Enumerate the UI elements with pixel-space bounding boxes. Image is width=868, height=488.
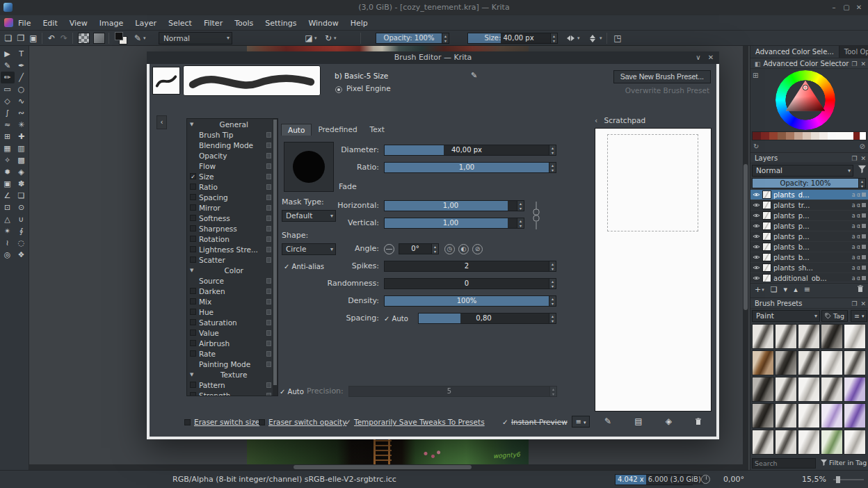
option-sharpness[interactable]: Sharpness <box>187 223 278 234</box>
option-airbrush[interactable]: Airbrush <box>187 338 278 348</box>
tool-crop[interactable]: ▦ <box>1 143 15 154</box>
lock-icon[interactable] <box>266 330 271 336</box>
foreground-color-swatch[interactable] <box>853 132 860 140</box>
inherit-alpha-icon[interactable]: a <box>852 254 855 261</box>
fade-vertical-spin[interactable]: ▴▾ <box>517 218 524 229</box>
lock-icon[interactable] <box>266 351 271 357</box>
save-document-icon[interactable]: ▣ <box>28 31 39 46</box>
color-history-swatch[interactable] <box>794 132 803 140</box>
layer-row-plants-d[interactable]: plants_d...aα <box>750 190 868 200</box>
color-history-swatch[interactable] <box>819 132 828 140</box>
layer-lock-icon[interactable] <box>862 193 866 197</box>
tool-calligraphy[interactable]: ✒ <box>15 60 29 72</box>
close-icon[interactable]: ✕ <box>853 0 865 15</box>
scratchpad-paint-icon[interactable]: ✎ <box>604 416 611 426</box>
randomness-slider[interactable]: 0 ▴▾ <box>384 278 556 289</box>
mirror-h-dropdown-icon[interactable]: ▾ <box>577 31 580 46</box>
brush-preset-tile[interactable] <box>844 403 866 428</box>
lock-icon[interactable] <box>266 143 271 148</box>
layer-opacity-slider[interactable]: Opacity: 100% ▴▾ <box>752 178 866 188</box>
lock-icon[interactable] <box>266 361 271 367</box>
color-history-swatch[interactable] <box>828 132 836 140</box>
color-history-swatch[interactable] <box>778 132 786 140</box>
background-color-swatch[interactable] <box>860 132 866 140</box>
lock-icon[interactable] <box>266 309 271 315</box>
tool-measure[interactable]: ∠ <box>1 190 15 202</box>
layer-lock-icon[interactable] <box>862 224 866 228</box>
lock-icon[interactable] <box>266 163 271 169</box>
option-checkbox[interactable] <box>190 319 196 325</box>
eraser-switch-opacity-label[interactable]: Eraser switch opacity <box>268 418 346 426</box>
tool-select-shapes[interactable]: ▶ <box>1 48 15 60</box>
layer-visibility-icon[interactable] <box>753 254 760 260</box>
float-docker-icon[interactable]: ❐ <box>851 153 857 164</box>
option-checkbox[interactable] <box>190 350 196 357</box>
tool-ellipse-select[interactable]: ⊙ <box>15 202 29 213</box>
lock-icon[interactable] <box>266 174 271 179</box>
alpha-lock-icon[interactable]: α <box>857 275 860 282</box>
angle-spin[interactable]: ▴▾ <box>432 243 439 254</box>
horizontal-scrollbar[interactable] <box>29 464 743 470</box>
reload-preset-icon[interactable]: ↻ <box>323 31 334 46</box>
color-history-swatch[interactable] <box>811 132 819 140</box>
link-fade-icon[interactable] <box>531 201 541 232</box>
spikes-spin[interactable]: ▴▾ <box>549 261 556 272</box>
option-checkbox[interactable] <box>190 309 196 315</box>
option-checkbox[interactable] <box>190 236 196 242</box>
instant-preview-label[interactable]: Instant Preview <box>511 418 568 426</box>
add-layer-button[interactable]: +▾ <box>755 285 764 294</box>
lock-icon[interactable] <box>266 247 271 252</box>
options-scrollbar[interactable] <box>273 119 278 396</box>
spacing-auto-checkbox[interactable]: ✓ Auto <box>384 315 408 323</box>
float-docker-icon[interactable]: ❐ <box>851 298 857 309</box>
ratio-spin[interactable]: ▴▾ <box>549 162 556 173</box>
mirror-vertical-icon[interactable] <box>586 31 600 45</box>
layer-row-plants-b[interactable]: plants_b...aα <box>750 242 868 252</box>
color-history-swatch[interactable] <box>761 132 769 140</box>
close-docker-icon[interactable]: ✕ <box>860 153 866 164</box>
opacity-spin[interactable]: ▴▾ <box>442 33 449 44</box>
brush-preset-tile[interactable] <box>821 377 843 402</box>
brush-preset-tile[interactable] <box>752 377 774 402</box>
tab-predefined[interactable]: Predefined <box>312 124 363 136</box>
brush-preset-tile[interactable] <box>752 350 774 375</box>
scratchpad-fill-icon[interactable]: ◈ <box>666 416 672 426</box>
tool-bezier-curve[interactable]: ∫ <box>1 107 15 119</box>
option-rate[interactable]: Rate <box>187 348 278 359</box>
blending-mode-select[interactable]: Normal ▾ <box>159 32 232 44</box>
lock-icon[interactable] <box>266 382 271 388</box>
menu-help[interactable]: Help <box>351 19 368 28</box>
fade-horizontal-spin[interactable]: ▴▾ <box>517 200 524 211</box>
rename-preset-icon[interactable]: ✎ <box>471 71 477 80</box>
lock-icon[interactable] <box>266 153 271 158</box>
brush-preset-tile[interactable] <box>752 324 774 349</box>
dialog-menu-button[interactable]: ≡ ▾ <box>572 416 590 428</box>
option-checkbox[interactable] <box>190 330 196 336</box>
option-brush-tip[interactable]: Brush Tip <box>187 129 278 140</box>
brush-preset-tile[interactable] <box>844 324 866 349</box>
layer-lock-icon[interactable] <box>862 234 866 238</box>
save-new-preset-button[interactable]: Save New Brush Preset... <box>613 70 711 83</box>
tool-polygon-select[interactable]: △ <box>1 213 15 225</box>
option-checkbox[interactable] <box>190 204 196 211</box>
option-painting-mode[interactable]: Painting Mode <box>187 359 278 369</box>
advanced-color-selector-header[interactable]: ◧Advanced Color Selector ❐✕ <box>750 58 868 69</box>
layer-visibility-icon[interactable] <box>753 213 760 218</box>
scratchpad-header[interactable]: ‹ Scratchpad <box>595 114 712 127</box>
layer-visibility-icon[interactable] <box>753 202 760 208</box>
brush-preset-tile[interactable] <box>821 403 843 428</box>
inherit-alpha-icon[interactable]: a <box>852 244 855 250</box>
brush-preset-tile[interactable] <box>798 377 820 402</box>
tool-rect-select[interactable]: ⊡ <box>1 202 15 213</box>
option-checkbox[interactable] <box>190 246 196 252</box>
fade-horizontal-slider[interactable]: 1,00 ▴▾ <box>384 200 524 211</box>
spikes-spinbox[interactable]: 2 ▴▾ <box>384 261 556 272</box>
layer-row-plants-b[interactable]: plants_b...aα <box>750 252 868 263</box>
layer-row-additional-ob[interactable]: additional_ob...aα <box>750 273 868 282</box>
option-source[interactable]: Source <box>187 275 278 286</box>
option-checkbox[interactable] <box>190 392 196 396</box>
tool-dynamic-brush[interactable]: ≈ <box>1 119 15 131</box>
diameter-spin[interactable]: ▴▾ <box>549 145 556 156</box>
pattern-chooser[interactable] <box>93 33 105 44</box>
brush-preset-tile[interactable] <box>752 403 774 428</box>
